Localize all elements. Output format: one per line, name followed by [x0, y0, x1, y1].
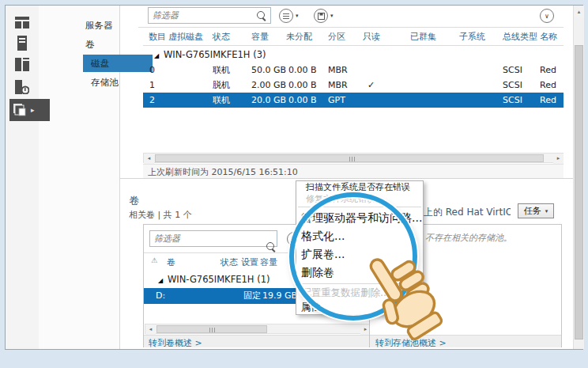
left-icon-strip: ▸ — [6, 6, 40, 349]
tree-expanded-icon[interactable]: ◢ — [154, 52, 159, 59]
volumes-panel-title: 卷 — [129, 194, 139, 208]
volumes-panel-subtitle: 相关卷 | 共 1 个 — [129, 209, 192, 221]
cell-partition: GPT — [328, 93, 345, 108]
file-storage-icon — [13, 104, 26, 116]
scroll-left-icon[interactable]: ◂ — [144, 154, 154, 164]
menu-item-scan-fs[interactable]: 扫描文件系统是否存在错误 — [296, 181, 423, 193]
col-status[interactable]: 状态 — [220, 256, 238, 268]
disks-h-scrollbar[interactable]: ◂ ▸ — [143, 153, 564, 163]
scroll-up-icon[interactable]: ▴ — [574, 7, 584, 17]
volumes-filter-input[interactable] — [149, 230, 277, 247]
cell-status: 脱机 — [213, 78, 230, 93]
col-setting[interactable]: 设置 — [241, 256, 258, 268]
menu-separator — [298, 283, 421, 284]
disk-row[interactable]: 0 联机 50.0 GB 0.00 B MBR SCSI Red — [143, 63, 564, 78]
col-name[interactable]: 名称 — [540, 31, 557, 43]
menu-item-format[interactable]: 格式化... — [296, 227, 423, 245]
menu-separator — [298, 207, 421, 207]
cell-status: 联机 — [213, 63, 230, 78]
cell-name: Red — [540, 93, 556, 108]
col-clustered[interactable]: 已群集 — [410, 31, 436, 43]
volume-context-menu: 扫描文件系统是否存在错误 修复文件系统错误 管理驱动器号和访问路... 格式化.… — [296, 180, 424, 315]
col-bus-type[interactable]: 总线类型 — [503, 31, 537, 43]
services-clock-icon[interactable] — [15, 80, 29, 94]
menu-item-extend-volume[interactable]: 扩展卷... — [296, 245, 423, 264]
cell-capacity: 50.0 GB — [251, 63, 286, 78]
list-icon — [283, 13, 289, 19]
cell-number: 0 — [149, 63, 155, 78]
chevron-down-icon[interactable]: ▾ — [330, 13, 334, 19]
cell-unallocated: 0.00 B — [288, 63, 317, 78]
last-refresh-text: 上次刷新时间为 2015/6/15 16:51:10 — [148, 166, 298, 178]
readonly-check-icon: ✓ — [368, 78, 375, 93]
collapse-panel-button[interactable]: ∨ — [540, 9, 554, 23]
saved-filters-button[interactable] — [279, 9, 293, 23]
flyout-arrow-icon: ▸ — [31, 106, 35, 114]
cell-volume: D: — [156, 288, 165, 304]
menu-item-properties[interactable]: 属性 — [296, 300, 423, 314]
volumes-h-scrollbar[interactable]: ◂ ▸ — [145, 324, 371, 334]
disks-group-row[interactable]: ◢ WIN-G765IMKFE1H (3) — [143, 48, 564, 63]
group-label: WIN-G765IMKFE1H (3) — [164, 49, 266, 60]
divider — [143, 45, 564, 46]
go-to-volumes-link[interactable]: 转到卷概述 > — [149, 337, 202, 349]
divider — [138, 27, 564, 28]
col-virtual-disk[interactable]: 虚拟磁盘 — [168, 31, 203, 43]
scroll-right-icon[interactable]: ▸ — [553, 154, 564, 164]
col-readonly[interactable]: 只读 — [363, 31, 380, 43]
menu-item-delete-volume[interactable]: 删除卷 — [296, 264, 423, 282]
pools-empty-message: 不存在相关的存储池。 — [425, 232, 512, 244]
cell-capacity: 19.9 GB — [262, 288, 297, 304]
chevron-down-icon[interactable]: ▾ — [296, 13, 299, 19]
col-capacity[interactable]: 容量 — [260, 256, 277, 268]
grip-icon — [209, 328, 215, 332]
scroll-thumb[interactable] — [155, 154, 544, 162]
pools-panel-footer: 转到存储池概述 > — [370, 335, 561, 347]
grip-icon — [349, 157, 355, 161]
local-server-icon[interactable] — [17, 36, 27, 51]
cell-bus: SCSI — [503, 78, 522, 93]
cell-name: Red — [540, 63, 556, 78]
menu-item-manage-drive-letter[interactable]: 管理驱动器号和访问路... — [296, 209, 423, 227]
group-label: WIN-G765IMKFE1H (1) — [168, 274, 270, 285]
subnav-pane: 服务器 卷 磁盘 存储池 — [39, 6, 120, 349]
tree-expanded-icon[interactable]: ◢ — [158, 277, 163, 284]
window-v-scrollbar[interactable]: ▴ — [573, 6, 584, 349]
scroll-thumb[interactable] — [156, 325, 267, 333]
dashboard-icon[interactable] — [15, 17, 29, 28]
col-partition[interactable]: 分区 — [328, 31, 345, 43]
disk-row-selected[interactable]: 2 联机 20.0 GB 0.00 B GPT SCSI Red — [143, 93, 564, 108]
disk-row[interactable]: 1 脱机 2.00 GB 0.00 B MBR ✓ SCSI Red — [143, 78, 564, 93]
col-number[interactable]: 数目 — [149, 31, 166, 43]
col-volume[interactable]: 卷 — [167, 256, 175, 268]
col-status[interactable]: 状态 — [213, 31, 230, 43]
col-unallocated[interactable]: 未分配 — [286, 31, 312, 43]
tasks-button[interactable]: 任务 ▾ — [518, 203, 554, 218]
pools-panel-title: 上的 Red Hat VirtIO SCSI Di... — [424, 206, 511, 219]
server-manager-window: ▸ 服务器 卷 磁盘 存储池 ▾ ▾ ∨ 数目 虚拟磁盘 状态 容量 未分配 分… — [5, 5, 583, 350]
volumes-panel-footer: 转到卷概述 > — [144, 335, 371, 347]
all-servers-icon[interactable] — [15, 58, 29, 71]
cell-bus: SCSI — [503, 93, 522, 108]
scroll-thumb[interactable] — [575, 45, 583, 340]
go-to-pools-link[interactable]: 转到存储池概述 > — [375, 337, 447, 349]
file-storage-services-item[interactable]: ▸ — [9, 99, 50, 121]
section-divider — [119, 178, 575, 179]
chevron-down-icon: ∨ — [545, 13, 549, 20]
cell-setting: 固定 — [243, 288, 261, 304]
cell-partition: MBR — [328, 78, 348, 93]
warning-icon[interactable]: ⚠ — [151, 256, 157, 264]
status-bar: 上次刷新时间为 2015/6/15 16:51:10 — [143, 164, 564, 178]
cell-capacity: 2.00 GB — [251, 78, 286, 93]
scroll-left-icon[interactable]: ◂ — [145, 324, 156, 335]
chevron-down-icon: ▾ — [545, 208, 548, 214]
cell-status: 联机 — [213, 93, 230, 108]
tasks-label: 任务 — [524, 205, 541, 217]
col-subsystem[interactable]: 子系统 — [459, 31, 485, 43]
save-icon — [318, 13, 325, 20]
sidebar-item-disks[interactable]: 磁盘 — [83, 55, 153, 72]
disks-filter-input[interactable] — [148, 7, 271, 24]
save-query-button[interactable] — [314, 9, 328, 23]
col-capacity[interactable]: 容量 — [251, 31, 269, 43]
cell-bus: SCSI — [503, 63, 522, 78]
